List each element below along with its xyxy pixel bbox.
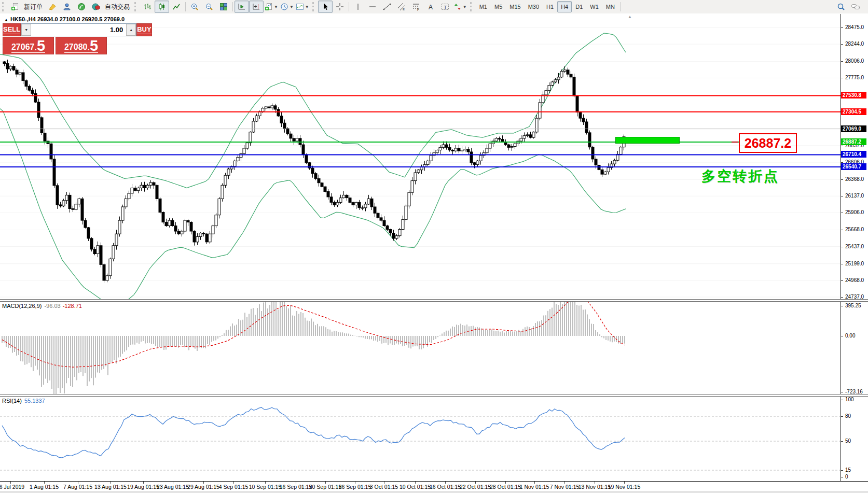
sell-price-int: 27067	[11, 42, 35, 53]
time-axis-label: 10 Oct 01:15	[399, 484, 431, 490]
timeframe-w1[interactable]: W1	[586, 1, 602, 12]
timeframe-m5[interactable]: M5	[491, 1, 506, 12]
toolbar-grip	[312, 2, 316, 11]
chart-shift-button[interactable]	[249, 1, 264, 13]
crosshair-button[interactable]	[333, 1, 347, 13]
auto-scroll-button[interactable]	[235, 1, 249, 13]
timeframe-mn[interactable]: MN	[602, 1, 618, 12]
timeframe-m30[interactable]: M30	[525, 1, 543, 12]
toolbar-grip	[2, 2, 6, 11]
support-zone-rectangle[interactable]	[615, 137, 680, 144]
sell-price[interactable]: 27067.5	[3, 37, 54, 54]
volume-input[interactable]	[31, 24, 126, 36]
price-tick-label: 28244.0	[845, 41, 864, 47]
price-tick	[841, 230, 843, 230]
toolbar-separator	[232, 2, 233, 11]
indicators-button[interactable]: ▼	[264, 1, 279, 13]
candlestick-chart-button[interactable]	[155, 1, 169, 13]
vertical-line-button[interactable]	[351, 1, 365, 13]
rsi-tick	[841, 470, 843, 471]
trendline-button[interactable]	[380, 1, 394, 13]
chart-shift-icon	[252, 3, 260, 11]
toolbar-separator	[349, 2, 349, 11]
dropdown-arrow-icon: ▼	[463, 5, 467, 9]
price-tick-label: 27775.0	[845, 75, 864, 80]
volume-spinner: ▼ ▲	[21, 23, 136, 36]
new-order-icon	[11, 3, 19, 11]
macd-signal-value: -128.71	[63, 303, 82, 309]
price-tick	[841, 146, 843, 146]
line-chart-button[interactable]	[169, 1, 184, 13]
rsi-tick-label: 80	[845, 413, 851, 419]
price-tick-label: 28006.0	[845, 58, 864, 64]
pivot-annotation-text[interactable]: 多空转折点	[701, 167, 779, 186]
search-button[interactable]	[834, 1, 848, 13]
highlight-button[interactable]	[45, 1, 60, 13]
fibonacci-button[interactable]: F	[409, 1, 423, 13]
price-tick-label: 25437.0	[845, 244, 864, 249]
volume-up-button[interactable]: ▲	[126, 24, 136, 36]
price-tick-label: 24968.0	[845, 277, 864, 283]
zoom-out-button[interactable]	[202, 1, 216, 13]
time-axis-label: 28 Oct 01:15	[490, 484, 521, 490]
new-order-button[interactable]	[8, 1, 22, 13]
time-axis-label: 22 Oct 01:15	[460, 484, 491, 490]
trendline-icon	[383, 3, 391, 11]
buy-price[interactable]: 27080.5	[56, 37, 107, 54]
pane-splitter[interactable]	[0, 299, 868, 302]
dropdown-arrow-icon: ▼	[290, 5, 294, 9]
price-tick	[841, 162, 843, 163]
tile-windows-button[interactable]	[216, 1, 231, 13]
equidistant-channel-icon: E	[397, 3, 406, 11]
new-order-label[interactable]: 新订单	[24, 3, 43, 11]
price-label-badge: 27530.8	[841, 92, 866, 98]
horizontal-line-button[interactable]	[365, 1, 380, 13]
timeframe-m15[interactable]: M15	[506, 1, 524, 12]
price-tick	[841, 280, 843, 281]
buy-button[interactable]: BUY	[136, 23, 151, 36]
tester-button[interactable]	[60, 1, 74, 13]
chart-shift-marker-icon[interactable]: ▲	[628, 15, 632, 19]
rsi-pane[interactable]	[0, 396, 841, 481]
rsi-tick-label: 15	[845, 467, 851, 473]
templates-button[interactable]: ▼	[295, 1, 310, 13]
text-label-button[interactable]: T	[438, 1, 452, 13]
time-axis[interactable]: 26 Jul 20191 Aug 01:157 Aug 01:1513 Aug …	[0, 481, 868, 491]
timeframe-d1[interactable]: D1	[572, 1, 586, 12]
bar-chart-button[interactable]	[140, 1, 155, 13]
buy-price-int: 27080	[64, 42, 88, 53]
volume-down-button[interactable]: ▼	[21, 24, 31, 36]
periods-button[interactable]: ▼	[279, 1, 295, 13]
autotrading-label[interactable]: 自动交易	[105, 3, 130, 11]
cursor-button[interactable]	[318, 1, 333, 13]
price-callout-box[interactable]: 26887.2	[739, 133, 797, 153]
channel-button[interactable]: E	[394, 1, 409, 13]
pane-splitter[interactable]	[0, 394, 868, 397]
macd-pane[interactable]	[0, 301, 841, 394]
timeframe-m1[interactable]: M1	[476, 1, 491, 12]
chat-button[interactable]	[848, 1, 863, 13]
sell-button[interactable]: SELL	[3, 23, 21, 36]
horizontal-level-lines[interactable]	[0, 95, 841, 167]
time-axis-label: 20 Sep 01:15	[309, 484, 341, 490]
zoom-in-button[interactable]	[187, 1, 202, 13]
macd-name: MACD(12,26,9)	[2, 303, 42, 309]
toolbar-separator	[185, 2, 186, 11]
text-button[interactable]: A	[423, 1, 438, 13]
rsi-tick	[841, 441, 843, 442]
rsi-label: RSI(14)55.1337	[2, 398, 45, 404]
arrows-button[interactable]: ▼	[452, 1, 468, 13]
main-chart-pane[interactable]	[0, 14, 841, 300]
dropdown-arrow-icon: ▼	[274, 5, 278, 9]
arrows-icon	[453, 3, 462, 11]
autotrading-button[interactable]	[89, 1, 103, 13]
price-tick	[841, 213, 843, 213]
text-a-icon: A	[426, 3, 435, 11]
timeframe-h4[interactable]: H4	[557, 1, 572, 12]
price-tick	[841, 44, 843, 45]
news-button[interactable]	[74, 1, 89, 13]
timeframe-h1[interactable]: H1	[543, 1, 557, 12]
line-chart-icon	[172, 3, 181, 11]
macd-tick	[841, 392, 843, 392]
cursor-icon	[321, 3, 329, 11]
